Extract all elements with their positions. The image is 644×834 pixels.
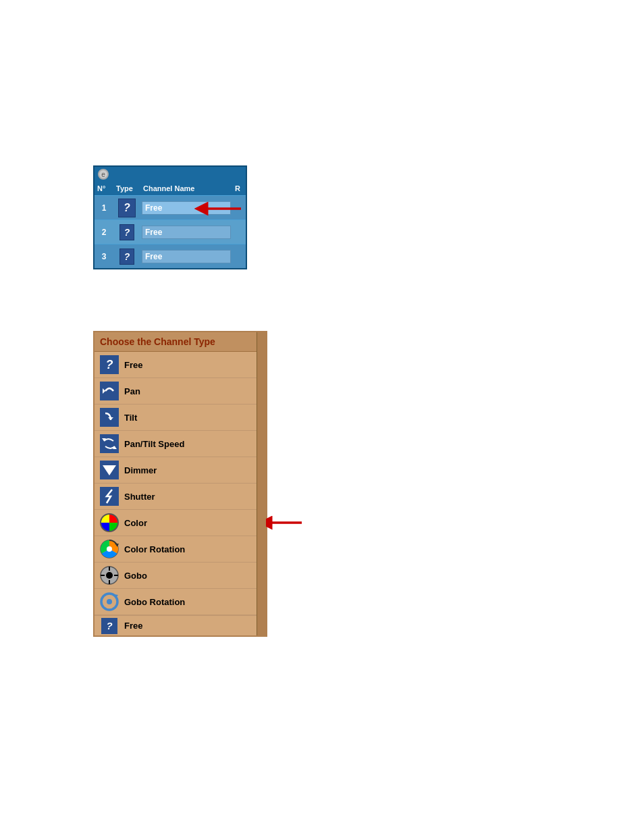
- col-num: N°: [95, 184, 113, 193]
- row-type-icon: ?: [113, 223, 140, 242]
- channel-type-label: Dimmer: [124, 465, 157, 475]
- channel-type-label: Gobo: [124, 571, 147, 581]
- channel-type-label: Free: [124, 360, 142, 370]
- col-channel-name: Channel Name: [140, 184, 232, 193]
- row-number: 2: [95, 226, 113, 238]
- row-type-icon: ?: [113, 197, 140, 219]
- color-rotation-icon: [100, 540, 119, 558]
- list-item[interactable]: Shutter: [95, 484, 266, 510]
- channel-type-label: Pan: [124, 386, 140, 396]
- table-header-row: N° Type Channel Name R: [95, 182, 246, 195]
- channel-type-label: Pan/Tilt Speed: [124, 439, 184, 449]
- row-channel-name[interactable]: Free: [142, 226, 231, 239]
- panel-icon: e: [98, 169, 109, 180]
- row-type-icon: ?: [113, 247, 140, 266]
- gobo-icon: [100, 566, 119, 585]
- list-item[interactable]: Dimmer: [95, 457, 266, 484]
- col-r: R: [232, 184, 246, 193]
- table-row[interactable]: 2 ? Free: [95, 219, 246, 244]
- tilt-icon: [100, 408, 119, 427]
- panel-title: Choose the Channel Type: [100, 336, 261, 347]
- pan-icon: [100, 382, 119, 400]
- question-icon: ?: [100, 355, 119, 374]
- svg-rect-20: [109, 580, 110, 584]
- col-type: Type: [113, 184, 140, 193]
- partial-list-item: ? Free: [95, 615, 266, 635]
- table-row[interactable]: 1 ? Free: [95, 195, 246, 219]
- channel-type-label: Tilt: [124, 413, 137, 423]
- scrollbar[interactable]: [257, 332, 266, 635]
- row-channel-name[interactable]: Free: [142, 250, 231, 263]
- pan-tilt-speed-icon: [100, 434, 119, 453]
- table-title-bar: e: [95, 167, 246, 182]
- list-item[interactable]: ? Free: [95, 352, 266, 378]
- red-arrow-top: [197, 203, 241, 215]
- svg-point-15: [107, 546, 112, 552]
- svg-rect-19: [109, 567, 110, 571]
- dimmer-icon: [100, 461, 119, 479]
- list-item[interactable]: Pan/Tilt Speed: [95, 431, 266, 457]
- channel-type-label: Free: [124, 621, 142, 631]
- channel-table-panel: e N° Type Channel Name R 1 ? Free 2 ? Fr…: [93, 165, 247, 269]
- list-item[interactable]: Gobo: [95, 563, 266, 589]
- question-icon: ?: [118, 199, 136, 217]
- list-item[interactable]: Color Rotation: [95, 536, 266, 563]
- shutter-icon: [100, 487, 119, 506]
- row-number: 3: [95, 251, 113, 263]
- question-icon: ?: [100, 617, 119, 635]
- channel-type-list: ? Free Pan: [95, 352, 266, 615]
- table-row[interactable]: 3 ? Free: [95, 244, 246, 268]
- channel-type-label: Color Rotation: [124, 544, 185, 554]
- svg-rect-6: [100, 434, 119, 453]
- list-item[interactable]: Pan: [95, 378, 266, 405]
- svg-point-18: [106, 572, 113, 579]
- gobo-rotation-icon: [100, 592, 119, 611]
- panel-header: Choose the Channel Type: [95, 332, 266, 352]
- question-icon: ?: [119, 224, 134, 240]
- list-item[interactable]: Tilt: [95, 405, 266, 431]
- svg-rect-21: [101, 575, 105, 576]
- svg-rect-22: [114, 575, 118, 576]
- question-icon: ?: [119, 249, 134, 265]
- list-item[interactable]: Gobo Rotation: [95, 589, 266, 615]
- channel-type-chooser-panel: Choose the Channel Type ? Free Pan: [93, 331, 267, 637]
- red-arrow-color: [263, 517, 303, 529]
- svg-point-24: [107, 599, 112, 604]
- row-number: 1: [95, 202, 113, 214]
- channel-type-label: Color: [124, 518, 147, 528]
- list-item[interactable]: Color: [95, 510, 266, 536]
- channel-type-label: Gobo Rotation: [124, 597, 185, 607]
- channel-type-label: Shutter: [124, 492, 155, 502]
- color-icon: [100, 513, 119, 532]
